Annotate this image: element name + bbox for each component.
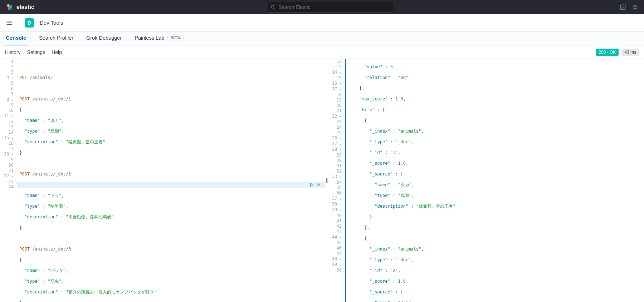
elastic-logo-icon [6, 3, 14, 11]
timing-badge: 43 ms [621, 49, 639, 56]
wrench-icon[interactable] [316, 182, 321, 187]
pane-splitter[interactable]: ‖ [325, 59, 328, 302]
menu-icon[interactable] [6, 19, 13, 26]
response-pane: 121314 ▴1516 ▾17 ▾1819202122 ▾23242526 ▴… [328, 59, 644, 302]
request-editor[interactable]: 1234 ▾5678 ▴91011 ▾12131415 ▴161718 ▾192… [0, 59, 325, 302]
tab-grok-debugger[interactable]: Grok Debugger [85, 31, 123, 45]
history-link[interactable]: History [5, 49, 21, 55]
app-name: Dev Tools [40, 20, 63, 26]
tab-label: Console [6, 35, 26, 41]
http-method: POST [19, 172, 30, 177]
search-icon [270, 5, 275, 10]
console-panes: 1234 ▾5678 ▴91011 ▾12131415 ▴161718 ▾192… [0, 59, 644, 302]
http-method: POST [19, 96, 30, 102]
global-header: elastic [0, 0, 644, 14]
app-breadcrumb: D Dev Tools [0, 14, 644, 31]
newsfeed-icon[interactable] [620, 4, 626, 10]
active-line-highlight [17, 182, 325, 188]
request-path: /animals/_doc/1 [32, 96, 71, 102]
request-editor-pane[interactable]: 1234 ▾5678 ▴91011 ▾12131415 ▴161718 ▾192… [0, 59, 325, 302]
header-right [620, 4, 638, 10]
tab-painless-lab[interactable]: Painless LabBETA [133, 31, 185, 45]
tab-console[interactable]: Console [4, 31, 28, 45]
line-gutter: 1234 ▾5678 ▴91011 ▾12131415 ▴161718 ▾192… [0, 59, 17, 302]
beta-badge: BETA [167, 35, 184, 41]
settings-link[interactable]: Settings [27, 49, 45, 55]
help-link[interactable]: Help [52, 49, 62, 55]
request-path: /animals/_doc/2 [32, 172, 71, 177]
console-actions-bar: History Settings Help 200 - OK 43 ms [0, 45, 644, 59]
svg-marker-10 [311, 183, 313, 186]
svg-point-3 [10, 8, 13, 10]
svg-line-5 [274, 8, 275, 9]
support-icon[interactable] [632, 4, 638, 10]
brand-name: elastic [16, 4, 34, 10]
tab-search-profiler[interactable]: Search Profiler [38, 31, 75, 45]
global-search[interactable] [267, 2, 393, 13]
tabs-bar: Console Search Profiler Grok Debugger Pa… [0, 31, 644, 45]
play-icon[interactable] [309, 182, 314, 187]
brand-logo[interactable]: elastic [0, 0, 40, 14]
http-method: PUT [19, 75, 27, 80]
request-path: /animals/_doc/3 [32, 247, 71, 252]
request-path: /animals/ [30, 75, 53, 80]
search-wrap [40, 2, 620, 13]
actions-left: History Settings Help [5, 49, 62, 55]
line-actions [309, 182, 321, 187]
editor-body[interactable]: PUT /animals/ POST /animals/_doc/1 { "na… [17, 59, 325, 302]
http-method: POST [19, 247, 30, 252]
svg-point-4 [271, 5, 274, 8]
svg-point-2 [8, 7, 10, 10]
app-badge[interactable]: D [25, 18, 34, 28]
tab-label: Painless Lab [135, 35, 164, 41]
response-body[interactable]: "value" : 3, "relation" : "eq" }, "max_s… [345, 59, 644, 302]
status-badge: 200 - OK [596, 49, 619, 56]
actions-right: 200 - OK 43 ms [596, 49, 639, 56]
response-viewer[interactable]: 121314 ▴1516 ▾17 ▾1819202122 ▾23242526 ▴… [328, 59, 644, 302]
tab-label: Search Profiler [39, 35, 73, 41]
search-input[interactable] [278, 4, 389, 10]
line-gutter: 121314 ▴1516 ▾17 ▾1819202122 ▾23242526 ▴… [328, 59, 345, 302]
separator [19, 19, 19, 27]
tab-label: Grok Debugger [86, 35, 122, 41]
